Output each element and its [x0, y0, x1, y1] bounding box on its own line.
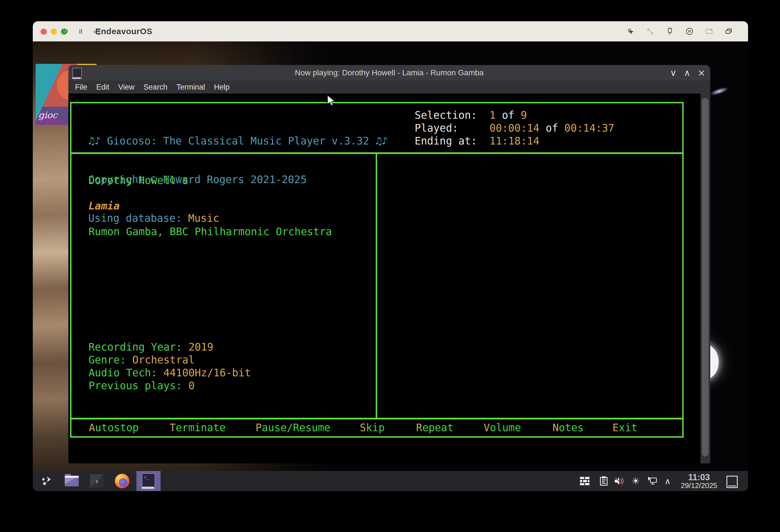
clipboard-icon[interactable] — [596, 471, 611, 491]
vm-window: ◁ EndeavourOS — [33, 21, 748, 491]
action-terminate[interactable]: Terminate — [169, 421, 226, 434]
expand-tray-icon[interactable]: ∧ — [661, 471, 675, 491]
menu-terminal[interactable]: Terminal — [177, 83, 205, 92]
menu-edit[interactable]: Edit — [96, 83, 109, 92]
terminal-menubar: FileEditViewSearchTerminalHelp — [68, 81, 710, 94]
screenshot-root: ◁ EndeavourOS — [0, 0, 780, 532]
firefox-icon[interactable] — [113, 471, 131, 491]
menu-search[interactable]: Search — [143, 83, 167, 92]
console-icon[interactable]: › — [88, 471, 106, 491]
brightness-icon[interactable]: ☀ — [628, 471, 643, 491]
minimize-traffic-light[interactable] — [51, 29, 57, 35]
menu-file[interactable]: File — [75, 83, 87, 92]
banner-line3: Using database: Music — [88, 212, 388, 225]
resize-icon — [645, 26, 655, 36]
vm-window-title: EndeavourOS — [95, 21, 152, 42]
close-traffic-light[interactable] — [41, 29, 47, 35]
terminal-scrollbar[interactable] — [700, 94, 710, 463]
performers-line: Rumon Gamba, BBC Philharmonic Orchestra — [89, 225, 332, 238]
composer-line: Dorothy Howell's — [89, 174, 188, 187]
status-value: 1 of 9 — [489, 109, 527, 122]
app-launcher-icon[interactable] — [39, 471, 56, 491]
detail-line: Previous plays: 0 — [89, 379, 251, 392]
status-label: Ending at: — [415, 135, 477, 148]
status-label: Played: — [415, 122, 458, 135]
capture-cursor-icon[interactable] — [626, 26, 635, 36]
detail-line: Recording Year: 2019 — [89, 341, 251, 354]
shared-folder-icon — [704, 26, 714, 36]
action-pause-resume[interactable]: Pause/Resume — [255, 421, 330, 434]
detail-line: Audio Tech: 44100Hz/16-bit — [89, 367, 251, 379]
action-repeat[interactable]: Repeat — [416, 421, 453, 434]
terminal-window: Now playing: Dorothy Howell - Lamia - Ru… — [68, 65, 710, 463]
window-minimize-icon[interactable]: ∨ — [670, 67, 676, 78]
album-art-caption: gioc — [38, 110, 57, 120]
clock-time: 11:03 — [688, 473, 710, 482]
action-autostop[interactable]: Autostop — [89, 421, 139, 434]
banner-line1: ♫♪ Giocoso: The Classical Music Player v… — [88, 135, 388, 148]
terminal-screen[interactable]: ♫♪ Giocoso: The Classical Music Player v… — [68, 94, 710, 463]
action-notes[interactable]: Notes — [552, 421, 584, 434]
window-maximize-icon[interactable]: ∧ — [684, 67, 690, 78]
status-value: 00:00:14 of 00:14:37 — [489, 122, 615, 135]
mouse-cursor — [327, 95, 338, 108]
clock-date: 29/12/2025 — [681, 482, 717, 489]
terminal-taskbar-active[interactable]: ›_ — [137, 471, 160, 491]
track-details: Recording Year: 2019Genre: OrchestralAud… — [89, 341, 251, 392]
window-close-icon[interactable]: × — [698, 67, 705, 78]
taskbar: › ›_ — [33, 471, 748, 491]
show-desktop-button[interactable] — [727, 476, 738, 488]
vm-titlebar: ◁ EndeavourOS — [33, 21, 748, 42]
volume-muted-icon[interactable] — [611, 471, 627, 491]
work-title-line: Lamia — [89, 200, 119, 213]
displays-icon[interactable] — [724, 26, 733, 36]
menu-view[interactable]: View — [118, 83, 135, 92]
action-exit[interactable]: Exit — [613, 421, 637, 434]
usb-icon[interactable] — [665, 26, 675, 36]
detail-line: Genre: Orchestral — [89, 354, 251, 367]
workspaces-icon[interactable] — [577, 471, 592, 491]
pause-icon[interactable] — [76, 26, 86, 36]
scrollbar-thumb[interactable] — [702, 98, 709, 457]
menu-help[interactable]: Help — [214, 83, 230, 92]
action-skip[interactable]: Skip — [360, 421, 385, 434]
status-label: Selection: — [415, 109, 477, 122]
terminal-title: Now playing: Dorothy Howell - Lamia - Ru… — [68, 65, 710, 81]
power-icon[interactable] — [60, 26, 70, 36]
status-value: 11:18:14 — [489, 135, 539, 148]
display-network-icon[interactable] — [645, 471, 661, 491]
file-manager-icon[interactable] — [63, 471, 81, 491]
disc-icon[interactable] — [685, 26, 694, 36]
action-volume[interactable]: Volume — [484, 421, 521, 434]
taskbar-clock[interactable]: 11:03 29/12/2025 — [678, 471, 720, 491]
terminal-titlebar[interactable]: Now playing: Dorothy Howell - Lamia - Ru… — [68, 65, 710, 81]
